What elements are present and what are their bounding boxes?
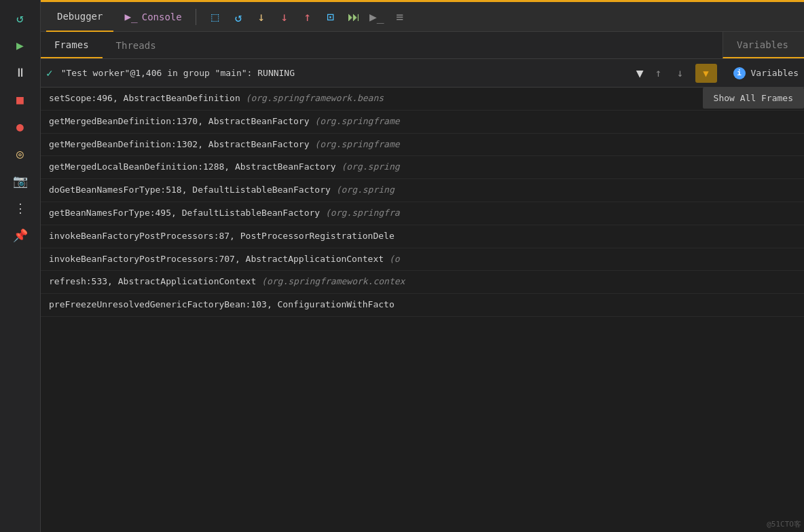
frame-method: getMergedBeanDefinition:1302, AbstractBe… xyxy=(49,139,310,149)
frame-class: (org.spring xyxy=(341,162,399,172)
frame-item[interactable]: refresh:533, AbstractApplicationContext … xyxy=(41,271,804,294)
layers-button[interactable]: ⬚ xyxy=(204,6,226,28)
more-icon[interactable]: ⋮ xyxy=(8,195,33,220)
frame-method: getBeanNamesForType:495, DefaultListable… xyxy=(49,208,320,218)
toolbar: Debugger ▶_ Console ⬚ ↻ ↓ ↓ ↑ ⊡ ⏭ ▶_ ≡ xyxy=(41,2,804,32)
frame-method: preFreezeUnresolvedGenericFactoryBean:10… xyxy=(49,299,395,309)
thread-nav-up[interactable]: ↑ xyxy=(649,64,668,83)
frame-class: (o xyxy=(389,254,400,264)
frame-item[interactable]: setScope:496, AbstractBeanDefinition (or… xyxy=(41,88,804,111)
frame-class: (org.springfra xyxy=(325,208,400,218)
run-icon[interactable]: ▶ xyxy=(8,33,33,57)
variables-header-label: Variables xyxy=(751,68,799,78)
sidebar: ↺ ▶ ⏸ ■ ● ◎ 📷 ⋮ 📌 xyxy=(0,0,41,532)
frame-class: (org.springframe xyxy=(314,139,399,149)
frames-tab[interactable]: Frames xyxy=(41,32,103,58)
frame-item[interactable]: getBeanNamesForType:495, DefaultListable… xyxy=(41,202,804,225)
frame-method: refresh:533, AbstractApplicationContext xyxy=(49,276,256,286)
thread-nav-down[interactable]: ↓ xyxy=(671,64,690,83)
main-panel: Debugger ▶_ Console ⬚ ↻ ↓ ↓ ↑ ⊡ ⏭ ▶_ ≡ F… xyxy=(41,0,804,532)
terminal-button[interactable]: ▶_ xyxy=(366,6,388,28)
run-to-cursor-button[interactable]: ⊡ xyxy=(320,6,342,28)
variables-tab[interactable]: Variables xyxy=(723,32,804,58)
console-tab[interactable]: ▶_ Console xyxy=(113,2,192,32)
step-up-button[interactable]: ↑ xyxy=(297,6,318,28)
frame-method: invokeBeanFactoryPostProcessors:707, Abs… xyxy=(49,254,384,264)
frame-item[interactable]: invokeBeanFactoryPostProcessors:707, Abs… xyxy=(41,248,804,271)
frame-method: invokeBeanFactoryPostProcessors:87, Post… xyxy=(49,231,395,241)
frame-item[interactable]: preFreezeUnresolvedGenericFactoryBean:10… xyxy=(41,294,804,317)
sub-tabs: Frames Threads Variables xyxy=(41,32,804,59)
frames-content: Show All Frames setScope:496, AbstractBe… xyxy=(41,88,804,532)
frame-item[interactable]: getMergedBeanDefinition:1302, AbstractBe… xyxy=(41,134,804,157)
stop-icon[interactable]: ■ xyxy=(8,87,33,111)
step-into-button[interactable]: ↓ xyxy=(251,6,272,28)
debugger-tab[interactable]: Debugger xyxy=(46,2,113,32)
pin-icon[interactable]: 📌 xyxy=(8,223,33,247)
toolbar-icons: ⬚ ↻ ↓ ↓ ↑ ⊡ ⏭ ▶_ ≡ xyxy=(204,6,411,28)
camera-icon[interactable]: 📷 xyxy=(8,168,33,193)
record-icon[interactable]: ● xyxy=(8,114,33,138)
console-tab-label: Console xyxy=(142,12,182,22)
frame-class: (org.spring xyxy=(336,185,395,195)
content-area: Show All Frames setScope:496, AbstractBe… xyxy=(41,88,804,532)
variables-info-icon: i xyxy=(733,67,746,79)
frames-list[interactable]: setScope:496, AbstractBeanDefinition (or… xyxy=(41,88,804,532)
frame-method: getMergedBeanDefinition:1370, AbstractBe… xyxy=(49,116,310,126)
frame-class: (org.springframework.beans xyxy=(246,93,384,103)
sub-tab-spacer xyxy=(170,32,723,58)
frame-item[interactable]: getMergedBeanDefinition:1370, AbstractBe… xyxy=(41,111,804,134)
thread-label: "Test worker"@1,406 in group "main": RUN… xyxy=(61,68,631,78)
frame-method: getMergedLocalBeanDefinition:1288, Abstr… xyxy=(49,162,336,172)
thread-filter-button[interactable]: ▼ xyxy=(695,64,717,83)
thread-dropdown-button[interactable]: ▼ xyxy=(636,66,644,80)
toolbar-separator-1 xyxy=(196,9,196,25)
frame-item[interactable]: getMergedLocalBeanDefinition:1288, Abstr… xyxy=(41,156,804,179)
frame-method: setScope:496, AbstractBeanDefinition xyxy=(49,93,240,103)
watermark: @51CTO客 xyxy=(767,519,801,529)
frame-class: (org.springframe xyxy=(314,116,399,126)
frame-class: (org.springframework.contex xyxy=(261,276,405,286)
thread-check-icon: ✓ xyxy=(46,66,53,79)
show-all-frames-tooltip[interactable]: Show All Frames xyxy=(703,88,804,109)
console-icon: ▶_ xyxy=(124,10,137,23)
threads-tab[interactable]: Threads xyxy=(103,32,170,58)
thread-selector-bar: ✓ "Test worker"@1,406 in group "main": R… xyxy=(41,59,804,88)
frame-item[interactable]: invokeBeanFactoryPostProcessors:87, Post… xyxy=(41,225,804,248)
step-over-button[interactable]: ↻ xyxy=(227,6,249,28)
frame-method: doGetBeanNamesForType:518, DefaultListab… xyxy=(49,185,331,195)
frame-item[interactable]: doGetBeanNamesForType:518, DefaultListab… xyxy=(41,179,804,202)
thread-nav: ↑ ↓ xyxy=(649,64,690,83)
step-out-button[interactable]: ↓ xyxy=(274,6,295,28)
pause-icon[interactable]: ⏸ xyxy=(8,60,33,84)
frames-button[interactable]: ≡ xyxy=(389,6,411,28)
reload-icon[interactable]: ↺ xyxy=(8,5,33,30)
resume-button[interactable]: ⏭ xyxy=(343,6,365,28)
circle-icon[interactable]: ◎ xyxy=(8,141,33,166)
